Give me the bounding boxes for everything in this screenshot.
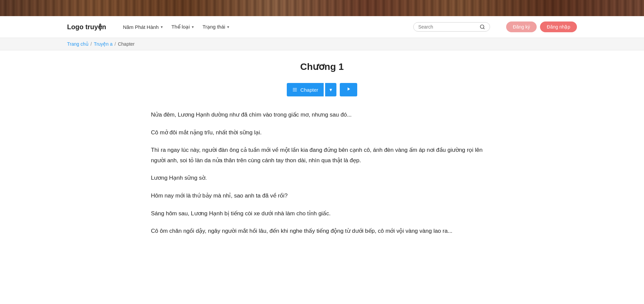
svg-rect-3 [293, 89, 297, 90]
nav-genre-label: Thể loại [171, 24, 190, 30]
register-button[interactable]: Đăng ký [506, 21, 537, 32]
paragraph-4: Lương Hạnh sững sờ. [151, 173, 493, 183]
main-content: Chương 1 Chapter ▼ Nửa đêm, Lương Hạnh d… [138, 50, 506, 255]
breadcrumb-story[interactable]: Truyện a [94, 41, 113, 47]
chapter-controls: Chapter ▼ [151, 83, 493, 96]
search-input[interactable] [418, 24, 477, 30]
nav-year-caret-icon: ▼ [160, 25, 163, 29]
nav-status-label: Trạng thái [203, 24, 225, 30]
paragraph-7: Cô ôm chăn ngồi dậy, ngây người mắt hồi … [151, 226, 493, 236]
next-chapter-button[interactable] [340, 83, 357, 96]
auth-buttons: Đăng ký Đăng nhập [506, 21, 577, 32]
chapter-dropdown-button[interactable]: ▼ [325, 83, 336, 96]
breadcrumb-home[interactable]: Trang chủ [67, 41, 89, 47]
paragraph-5: Hôm nay mới là thứ bảy mà nhỉ, sao anh t… [151, 191, 493, 201]
paragraph-3: Thì ra ngay lúc này, người đàn ông cả tu… [151, 145, 493, 166]
paragraph-1: Nửa đêm, Lương Hạnh dường như đã chìm và… [151, 110, 493, 120]
nav-genre[interactable]: Thể loại ▼ [168, 22, 198, 32]
nav-status-caret-icon: ▼ [226, 25, 230, 29]
story-text: Nửa đêm, Lương Hạnh dường như đã chìm và… [151, 110, 493, 236]
play-icon [346, 86, 351, 92]
chapter-title: Chương 1 [151, 61, 493, 72]
paragraph-2: Cô mở đôi mắt nặng trĩu, nhất thời sững … [151, 128, 493, 138]
search-bar [413, 22, 490, 32]
login-button[interactable]: Đăng nhập [540, 21, 577, 32]
paragraph-6: Sáng hôm sau, Lương Hạnh bị tiếng còi xe… [151, 209, 493, 219]
breadcrumb: Trang chủ / Truyện a / Chapter [0, 38, 644, 50]
search-icon [480, 24, 485, 30]
breadcrumb-current: Chapter [118, 41, 135, 47]
svg-marker-5 [347, 87, 350, 90]
list-icon [292, 87, 298, 92]
nav-year[interactable]: Năm Phát Hành ▼ [119, 22, 167, 32]
svg-rect-4 [293, 91, 297, 91]
search-button[interactable] [480, 24, 485, 30]
nav-year-label: Năm Phát Hành [123, 24, 159, 30]
chapter-caret-icon: ▼ [329, 87, 333, 92]
hero-banner [0, 0, 644, 16]
chapter-button-label: Chapter [300, 87, 318, 93]
svg-rect-2 [293, 88, 297, 88]
breadcrumb-sep-1: / [91, 41, 92, 47]
nav-genre-caret-icon: ▼ [191, 25, 195, 29]
breadcrumb-sep-2: / [115, 41, 116, 47]
navbar: Logo truyện Năm Phát Hành ▼ Thể loại ▼ T… [0, 16, 644, 38]
nav-status[interactable]: Trạng thái ▼ [199, 22, 233, 32]
svg-line-1 [483, 28, 484, 29]
nav-menu: Năm Phát Hành ▼ Thể loại ▼ Trạng thái ▼ [119, 22, 402, 32]
site-logo[interactable]: Logo truyện [67, 23, 106, 31]
chapter-select-button[interactable]: Chapter [287, 83, 323, 96]
